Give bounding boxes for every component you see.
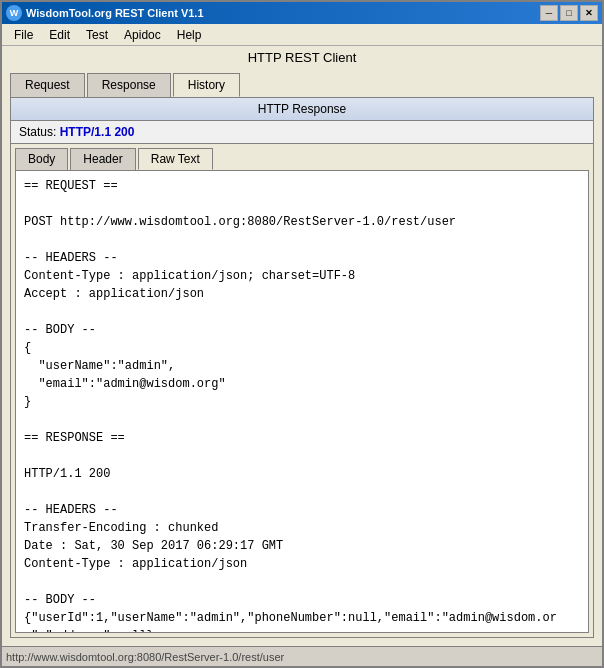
menu-edit[interactable]: Edit — [41, 26, 78, 44]
bottom-status-bar: http://www.wisdomtool.org:8080/RestServe… — [2, 646, 602, 666]
app-title: HTTP REST Client — [2, 46, 602, 69]
status-label: Status: — [19, 125, 56, 139]
status-bar: Status: HTTP/1.1 200 — [11, 121, 593, 144]
content-area: HTTP Response Status: HTTP/1.1 200 Body … — [10, 97, 594, 638]
sub-tab-body[interactable]: Body — [15, 148, 68, 170]
menu-apidoc[interactable]: Apidoc — [116, 26, 169, 44]
minimize-button[interactable]: ─ — [540, 5, 558, 21]
maximize-button[interactable]: □ — [560, 5, 578, 21]
tab-request[interactable]: Request — [10, 73, 85, 97]
section-header: HTTP Response — [11, 98, 593, 121]
menu-file[interactable]: File — [6, 26, 41, 44]
window-title: WisdomTool.org REST Client V1.1 — [26, 7, 204, 19]
tab-response[interactable]: Response — [87, 73, 171, 97]
menu-help[interactable]: Help — [169, 26, 210, 44]
main-window: W WisdomTool.org REST Client V1.1 ─ □ ✕ … — [0, 0, 604, 668]
app-icon: W — [6, 5, 22, 21]
text-content-wrapper: == REQUEST == POST http://www.wisdomtool… — [15, 170, 589, 633]
bottom-status-text: http://www.wisdomtool.org:8080/RestServe… — [6, 651, 284, 663]
sub-tab-bar: Body Header Raw Text — [11, 144, 593, 170]
status-value: HTTP/1.1 200 — [60, 125, 135, 139]
sub-tab-header[interactable]: Header — [70, 148, 135, 170]
menu-test[interactable]: Test — [78, 26, 116, 44]
menu-bar: File Edit Test Apidoc Help — [2, 24, 602, 46]
tab-history[interactable]: History — [173, 73, 240, 97]
sub-tab-raw-text[interactable]: Raw Text — [138, 148, 213, 170]
raw-text-content[interactable]: == REQUEST == POST http://www.wisdomtool… — [16, 171, 588, 632]
close-button[interactable]: ✕ — [580, 5, 598, 21]
window-controls: ─ □ ✕ — [540, 5, 598, 21]
title-bar: W WisdomTool.org REST Client V1.1 ─ □ ✕ — [2, 2, 602, 24]
title-bar-left: W WisdomTool.org REST Client V1.1 — [6, 5, 204, 21]
main-tab-bar: Request Response History — [2, 69, 602, 97]
